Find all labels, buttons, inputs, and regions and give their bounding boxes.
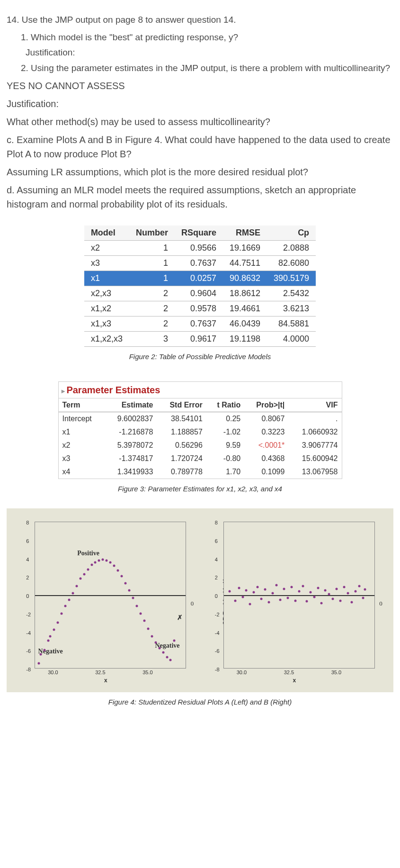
ytick: -2: [26, 611, 31, 619]
cell: 0.25: [206, 412, 244, 425]
cell: 0.56296: [157, 439, 206, 452]
param-header: t Ratio: [206, 398, 244, 412]
cell: 0.789778: [157, 465, 206, 479]
data-point: [362, 597, 364, 599]
ytick: 2: [215, 574, 218, 582]
table-row: x1-1.2168781.188857-1.020.32231.0660932: [59, 425, 342, 439]
parameter-estimates-panel: Parameter Estimates TermEstimateStd Erro…: [58, 381, 342, 479]
data-point: [75, 585, 78, 587]
data-point: [355, 590, 357, 593]
cell: 0.0257: [175, 271, 223, 286]
models-table: ModelNumberRSquareRMSECp x210.956619.166…: [84, 226, 316, 347]
data-point: [162, 651, 164, 654]
data-point: [117, 570, 119, 572]
plot-b-zero-label: 0: [379, 599, 382, 608]
data-point: [124, 582, 127, 584]
param-header: Prob>|t|: [244, 398, 288, 412]
data-point: [272, 592, 274, 595]
cell: 90.8632: [223, 271, 267, 286]
data-point: [358, 585, 360, 587]
cell: 19.1669: [223, 241, 267, 256]
cell: 1: [129, 241, 175, 256]
data-point: [90, 564, 93, 566]
data-point: [290, 586, 293, 588]
cell: 0.9617: [175, 332, 223, 347]
plot-a-x-mark: ✗: [177, 613, 183, 623]
figure-3-caption: Figure 3: Parameter Estimates for x1, x2…: [7, 484, 393, 495]
param-header: Std Error: [157, 398, 206, 412]
cell: x1,x2,x3: [84, 332, 129, 347]
data-point: [49, 635, 52, 637]
data-point: [294, 599, 296, 602]
data-point: [44, 649, 46, 651]
data-point: [173, 640, 176, 642]
cell: 1.3419933: [104, 465, 157, 479]
ytick: -6: [26, 647, 31, 655]
cell: 1: [129, 256, 175, 271]
cell: 0.9578: [175, 301, 223, 316]
data-point: [47, 640, 50, 642]
parameter-estimates-table: TermEstimateStd Errort RatioProb>|t|VIF …: [59, 398, 342, 479]
data-point: [102, 558, 104, 561]
part2-options: YES NO CANNOT ASSESS: [7, 79, 393, 93]
residual-plot-a: SLR Residual in Y Positive Negative Nega…: [16, 517, 196, 687]
residual-plot-b: QR Residual in Y 0 x 86420-2-4-6-830.032…: [204, 517, 384, 687]
plot-b-xlabel: x: [293, 676, 296, 685]
data-point: [249, 603, 251, 606]
data-point: [339, 599, 342, 602]
data-point: [158, 647, 160, 649]
part2-justification: Justification:: [7, 97, 393, 111]
question-part-c: c. Examine Plots A and B in Figure 4. Wh…: [7, 133, 393, 161]
cell: 2.5432: [267, 286, 316, 301]
ytick: 2: [26, 574, 29, 582]
data-point: [260, 597, 263, 600]
data-point: [40, 653, 42, 656]
table-row: x41.34199330.7897781.700.109913.067958: [59, 465, 342, 479]
data-point: [113, 565, 116, 567]
data-point: [79, 578, 81, 580]
cell: -1.02: [206, 425, 244, 439]
data-point: [343, 586, 346, 588]
data-point: [71, 592, 74, 595]
cell: 5.3978072: [104, 439, 157, 452]
ytick: -4: [215, 629, 220, 637]
plot-a-negative-left-label: Negative: [38, 646, 63, 656]
data-point: [64, 605, 66, 607]
data-point: [139, 612, 142, 615]
xtick: 30.0: [48, 669, 58, 677]
data-point: [305, 600, 308, 603]
data-point: [313, 596, 315, 598]
data-point: [245, 589, 248, 592]
cell: 9.59: [206, 439, 244, 452]
part-c-followup: Assuming LR assumptions, which plot is t…: [7, 165, 393, 179]
cell: 1.720724: [157, 452, 206, 465]
cell: 1.70: [206, 465, 244, 479]
data-point: [286, 597, 289, 599]
data-point: [264, 588, 267, 591]
data-point: [56, 621, 59, 624]
part1-justification: Justification:: [26, 46, 393, 60]
data-point: [253, 591, 255, 594]
data-point: [302, 585, 304, 587]
xtick: 35.0: [331, 669, 341, 677]
table-row: x1,x320.763746.043984.5881: [84, 316, 316, 332]
ytick: 6: [26, 537, 29, 545]
param-header: Term: [59, 398, 104, 412]
cell: 390.5179: [267, 271, 316, 286]
cell: x2,x3: [84, 286, 129, 301]
ytick: 6: [215, 537, 218, 545]
data-point: [276, 584, 278, 586]
cell: x1: [84, 271, 129, 286]
xtick: 30.0: [237, 669, 247, 677]
cell: 44.7511: [223, 256, 267, 271]
data-point: [53, 629, 55, 631]
cell: 84.5881: [267, 316, 316, 332]
cell: x1,x2: [84, 301, 129, 316]
table-row: x2,x320.960418.86122.5432: [84, 286, 316, 301]
cell: 0.4368: [244, 452, 288, 465]
cell: <.0001*: [244, 439, 288, 452]
cell: 18.8612: [223, 286, 267, 301]
param-header: VIF: [288, 398, 341, 412]
data-point: [309, 591, 311, 594]
ytick: 4: [215, 556, 218, 564]
